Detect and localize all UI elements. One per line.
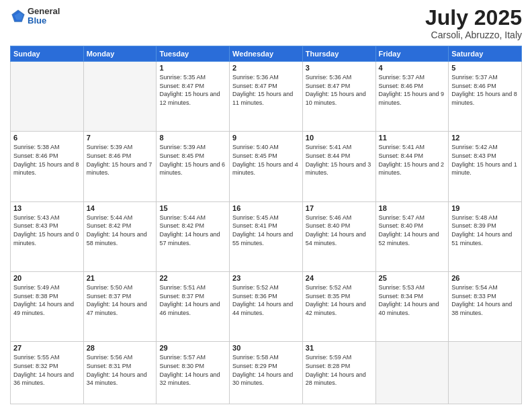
weekday-header-saturday: Saturday: [449, 46, 522, 62]
day-info: Sunrise: 5:47 AMSunset: 8:40 PMDaylight:…: [379, 214, 446, 247]
calendar-week-row: 20Sunrise: 5:49 AMSunset: 8:38 PMDayligh…: [11, 272, 522, 342]
calendar-cell: 14Sunrise: 5:44 AMSunset: 8:42 PMDayligh…: [83, 201, 157, 271]
calendar-cell: 6Sunrise: 5:38 AMSunset: 8:46 PMDaylight…: [11, 132, 84, 201]
calendar-cell: 4Sunrise: 5:37 AMSunset: 8:46 PMDaylight…: [375, 62, 449, 132]
day-number: 5: [451, 64, 519, 72]
calendar-cell: 18Sunrise: 5:47 AMSunset: 8:40 PMDayligh…: [375, 201, 449, 271]
calendar-cell: 25Sunrise: 5:53 AMSunset: 8:34 PMDayligh…: [375, 272, 449, 342]
day-number: 22: [159, 274, 226, 282]
title-block: July 2025 Carsoli, Abruzzo, Italy: [425, 7, 522, 40]
day-info: Sunrise: 5:41 AMSunset: 8:44 PMDaylight:…: [379, 143, 446, 177]
logo-icon: [10, 8, 26, 24]
page: General Blue July 2025 Carsoli, Abruzzo,…: [0, 0, 532, 411]
day-info: Sunrise: 5:48 AMSunset: 8:39 PMDaylight:…: [451, 214, 519, 247]
day-number: 8: [159, 134, 226, 142]
day-info: Sunrise: 5:43 AMSunset: 8:43 PMDaylight:…: [13, 214, 81, 247]
calendar-week-row: 1Sunrise: 5:35 AMSunset: 8:47 PMDaylight…: [11, 62, 522, 132]
day-info: Sunrise: 5:56 AMSunset: 8:31 PMDaylight:…: [87, 353, 154, 387]
calendar-table: SundayMondayTuesdayWednesdayThursdayFrid…: [10, 46, 522, 404]
day-number: 29: [159, 344, 226, 352]
calendar-cell: 29Sunrise: 5:57 AMSunset: 8:30 PMDayligh…: [157, 342, 230, 404]
day-number: 30: [232, 344, 300, 352]
day-number: 21: [87, 274, 154, 282]
calendar-week-row: 27Sunrise: 5:55 AMSunset: 8:32 PMDayligh…: [11, 342, 522, 404]
calendar-cell: 22Sunrise: 5:51 AMSunset: 8:37 PMDayligh…: [157, 272, 230, 342]
day-info: Sunrise: 5:37 AMSunset: 8:46 PMDaylight:…: [451, 73, 519, 107]
day-info: Sunrise: 5:38 AMSunset: 8:46 PMDaylight:…: [13, 143, 81, 177]
calendar-cell: 12Sunrise: 5:42 AMSunset: 8:43 PMDayligh…: [449, 132, 522, 201]
calendar-cell: 13Sunrise: 5:43 AMSunset: 8:43 PMDayligh…: [11, 201, 84, 271]
weekday-header-row: SundayMondayTuesdayWednesdayThursdayFrid…: [11, 46, 522, 62]
day-number: 3: [306, 64, 373, 72]
day-number: 23: [232, 274, 300, 282]
day-number: 7: [87, 134, 154, 142]
calendar-cell: 15Sunrise: 5:44 AMSunset: 8:42 PMDayligh…: [157, 201, 230, 271]
day-info: Sunrise: 5:42 AMSunset: 8:43 PMDaylight:…: [451, 143, 519, 177]
calendar-cell: 23Sunrise: 5:52 AMSunset: 8:36 PMDayligh…: [230, 272, 303, 342]
calendar-cell: [449, 342, 522, 404]
day-number: 4: [379, 64, 446, 72]
day-number: 11: [379, 134, 446, 142]
day-number: 18: [379, 204, 446, 212]
calendar-cell: 10Sunrise: 5:41 AMSunset: 8:44 PMDayligh…: [302, 132, 375, 201]
day-info: Sunrise: 5:52 AMSunset: 8:35 PMDaylight:…: [306, 283, 373, 317]
day-info: Sunrise: 5:53 AMSunset: 8:34 PMDaylight:…: [379, 283, 446, 317]
day-number: 24: [306, 274, 373, 282]
day-info: Sunrise: 5:49 AMSunset: 8:38 PMDaylight:…: [13, 283, 81, 317]
day-number: 10: [306, 134, 373, 142]
calendar-cell: 31Sunrise: 5:59 AMSunset: 8:28 PMDayligh…: [302, 342, 375, 404]
calendar-cell: 3Sunrise: 5:36 AMSunset: 8:47 PMDaylight…: [302, 62, 375, 132]
day-info: Sunrise: 5:35 AMSunset: 8:47 PMDaylight:…: [159, 73, 226, 107]
day-info: Sunrise: 5:55 AMSunset: 8:32 PMDaylight:…: [13, 353, 81, 387]
day-number: 12: [451, 134, 519, 142]
calendar-cell: 24Sunrise: 5:52 AMSunset: 8:35 PMDayligh…: [302, 272, 375, 342]
day-number: 27: [13, 344, 81, 352]
day-number: 2: [232, 64, 300, 72]
calendar-title: July 2025: [425, 7, 522, 28]
calendar-cell: 17Sunrise: 5:46 AMSunset: 8:40 PMDayligh…: [302, 201, 375, 271]
day-info: Sunrise: 5:57 AMSunset: 8:30 PMDaylight:…: [159, 353, 226, 387]
day-info: Sunrise: 5:50 AMSunset: 8:37 PMDaylight:…: [87, 283, 154, 317]
calendar-cell: 2Sunrise: 5:36 AMSunset: 8:47 PMDaylight…: [230, 62, 303, 132]
weekday-header-friday: Friday: [375, 46, 449, 62]
day-info: Sunrise: 5:46 AMSunset: 8:40 PMDaylight:…: [306, 214, 373, 247]
day-number: 6: [13, 134, 81, 142]
calendar-cell: 11Sunrise: 5:41 AMSunset: 8:44 PMDayligh…: [375, 132, 449, 201]
day-number: 28: [87, 344, 154, 352]
calendar-cell: 9Sunrise: 5:40 AMSunset: 8:45 PMDaylight…: [230, 132, 303, 201]
logo: General Blue: [10, 7, 60, 26]
day-info: Sunrise: 5:39 AMSunset: 8:46 PMDaylight:…: [87, 143, 154, 177]
calendar-cell: 1Sunrise: 5:35 AMSunset: 8:47 PMDaylight…: [157, 62, 230, 132]
day-info: Sunrise: 5:52 AMSunset: 8:36 PMDaylight:…: [232, 283, 300, 317]
calendar-cell: 5Sunrise: 5:37 AMSunset: 8:46 PMDaylight…: [449, 62, 522, 132]
calendar-cell: [83, 62, 157, 132]
day-info: Sunrise: 5:36 AMSunset: 8:47 PMDaylight:…: [232, 73, 300, 107]
day-info: Sunrise: 5:54 AMSunset: 8:33 PMDaylight:…: [451, 283, 519, 317]
day-number: 25: [379, 274, 446, 282]
day-info: Sunrise: 5:45 AMSunset: 8:41 PMDaylight:…: [232, 214, 300, 247]
calendar-cell: 20Sunrise: 5:49 AMSunset: 8:38 PMDayligh…: [11, 272, 84, 342]
day-number: 15: [159, 204, 226, 212]
day-info: Sunrise: 5:37 AMSunset: 8:46 PMDaylight:…: [379, 73, 446, 107]
day-info: Sunrise: 5:44 AMSunset: 8:42 PMDaylight:…: [159, 214, 226, 247]
day-info: Sunrise: 5:59 AMSunset: 8:28 PMDaylight:…: [306, 353, 373, 387]
day-info: Sunrise: 5:40 AMSunset: 8:45 PMDaylight:…: [232, 143, 300, 177]
day-number: 26: [451, 274, 519, 282]
calendar-cell: 7Sunrise: 5:39 AMSunset: 8:46 PMDaylight…: [83, 132, 157, 201]
day-info: Sunrise: 5:44 AMSunset: 8:42 PMDaylight:…: [87, 214, 154, 247]
calendar-cell: 28Sunrise: 5:56 AMSunset: 8:31 PMDayligh…: [83, 342, 157, 404]
day-number: 20: [13, 274, 81, 282]
weekday-header-monday: Monday: [83, 46, 157, 62]
day-number: 16: [232, 204, 300, 212]
calendar-cell: 27Sunrise: 5:55 AMSunset: 8:32 PMDayligh…: [11, 342, 84, 404]
day-number: 13: [13, 204, 81, 212]
day-number: 17: [306, 204, 373, 212]
day-info: Sunrise: 5:41 AMSunset: 8:44 PMDaylight:…: [306, 143, 373, 177]
header: General Blue July 2025 Carsoli, Abruzzo,…: [10, 7, 522, 40]
day-info: Sunrise: 5:51 AMSunset: 8:37 PMDaylight:…: [159, 283, 226, 317]
calendar-cell: 30Sunrise: 5:58 AMSunset: 8:29 PMDayligh…: [230, 342, 303, 404]
day-number: 14: [87, 204, 154, 212]
weekday-header-thursday: Thursday: [302, 46, 375, 62]
weekday-header-wednesday: Wednesday: [230, 46, 303, 62]
day-number: 1: [159, 64, 226, 72]
